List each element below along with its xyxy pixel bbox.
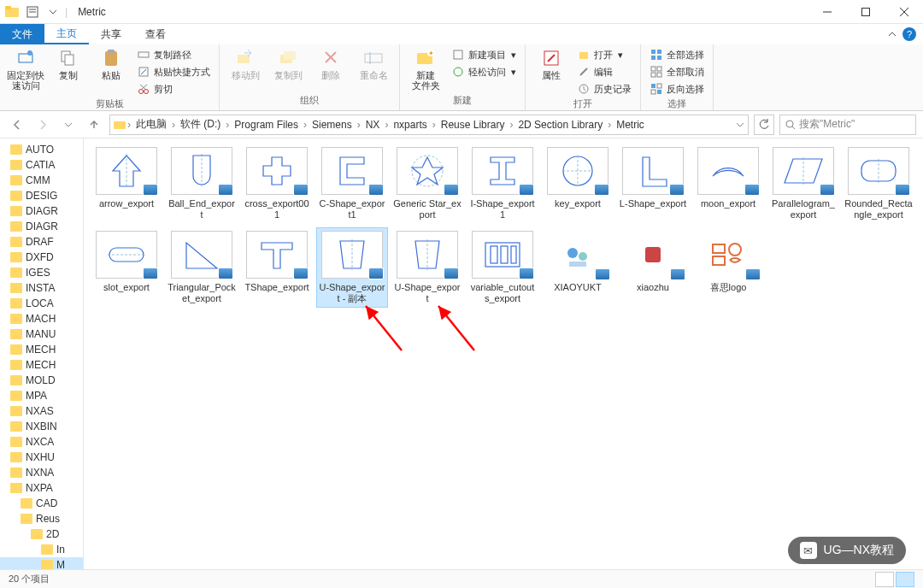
file-item[interactable]: I-Shape_export1 [467, 144, 538, 224]
nav-item[interactable]: LOCA [0, 296, 83, 311]
nav-item[interactable]: CMM [0, 173, 83, 188]
nav-item[interactable]: AUTO [0, 142, 83, 157]
invert-selection-button[interactable]: 反向选择 [646, 80, 708, 97]
file-item[interactable]: TShape_export [241, 227, 313, 308]
pin-quickaccess-button[interactable]: 固定到快 速访问 [5, 46, 46, 92]
nav-item[interactable]: NXBIN [0, 419, 83, 434]
nav-item[interactable]: MECH [0, 357, 83, 373]
move-to-button[interactable]: 移动到 [225, 46, 266, 82]
select-none-button[interactable]: 全部取消 [646, 63, 708, 80]
tab-home[interactable]: 主页 [44, 24, 89, 44]
tab-view[interactable]: 查看 [133, 24, 178, 44]
back-button[interactable] [7, 115, 27, 135]
file-item[interactable]: 喜思logo [692, 227, 764, 308]
nav-item[interactable]: M [0, 557, 83, 569]
bc-seg[interactable]: Siemens [309, 119, 356, 131]
properties-button[interactable]: 属性 [531, 46, 572, 82]
nav-item[interactable]: MPA [0, 388, 83, 403]
nav-item[interactable]: MOLD [0, 373, 83, 388]
qat-dropdown-icon[interactable] [44, 3, 62, 21]
copy-to-button[interactable]: 复制到 [267, 46, 309, 82]
nav-item[interactable]: IGES [0, 265, 83, 280]
file-item[interactable]: cross_export001 [241, 144, 313, 224]
nav-item[interactable]: INSTA [0, 280, 83, 296]
bc-seg[interactable]: 2D Section Library [514, 119, 606, 131]
file-item[interactable]: C-Shape_export1 [316, 144, 388, 224]
navigation-pane[interactable]: AUTOCATIACMMDESIGDIAGRDIAGRDRAFDXFDIGESI… [0, 138, 84, 569]
nav-item[interactable]: DXFD [0, 250, 83, 265]
nav-item[interactable]: NXAS [0, 403, 83, 419]
nav-item[interactable]: DESIG [0, 188, 83, 203]
forward-button[interactable] [32, 115, 53, 135]
paste-shortcut-button[interactable]: 粘贴快捷方式 [133, 63, 214, 80]
edit-button[interactable]: 编辑 [573, 63, 635, 80]
file-item[interactable]: Generic Star_export [391, 144, 463, 224]
nav-item[interactable]: MACH [0, 311, 83, 326]
file-item[interactable]: U-Shape_export [391, 227, 463, 308]
file-pane[interactable]: arrow_exportBall_End_exportcross_export0… [84, 138, 923, 569]
file-item[interactable]: moon_export [692, 144, 764, 224]
paste-button[interactable]: 粘贴 [91, 46, 132, 82]
nav-item[interactable]: 2D [0, 526, 83, 542]
nav-item[interactable]: NXNA [0, 465, 83, 480]
tab-file[interactable]: 文件 [0, 24, 44, 44]
ribbon-collapse-icon[interactable] [887, 29, 897, 39]
file-item[interactable]: U-Shape_export - 副本 [316, 227, 388, 308]
cut-button[interactable]: 剪切 [133, 80, 214, 97]
nav-item[interactable]: DIAGR [0, 203, 83, 219]
nav-item[interactable]: Reus [0, 511, 83, 526]
file-item[interactable]: XIAOYUKT [542, 227, 614, 308]
copy-button[interactable]: 复制 [48, 46, 89, 82]
minimize-button[interactable] [808, 0, 846, 24]
nav-item[interactable]: DRAF [0, 234, 83, 250]
maximize-button[interactable] [846, 0, 885, 24]
file-item[interactable]: Ball_End_export [166, 144, 238, 224]
file-item[interactable]: L-Shape_export [617, 144, 689, 224]
file-item[interactable]: Rounded_Rectangle_export [843, 144, 914, 224]
nav-item[interactable]: MECH [0, 342, 83, 357]
delete-button[interactable]: 删除 [310, 46, 351, 82]
properties-icon[interactable] [24, 3, 41, 21]
bc-seg[interactable]: 软件 (D:) [177, 117, 224, 132]
bc-seg[interactable]: Metric [613, 119, 648, 131]
new-folder-button[interactable]: ✦新建 文件夹 [405, 46, 446, 92]
file-item[interactable]: slot_export [91, 227, 162, 308]
easy-access-button[interactable]: 轻松访问▾ [448, 63, 520, 80]
file-item[interactable]: key_export [542, 144, 614, 224]
breadcrumb[interactable]: › 此电脑› 软件 (D:)› Program Files› Siemens› … [109, 115, 749, 135]
nav-item[interactable]: In [0, 542, 83, 557]
bc-seg[interactable]: NX [362, 119, 384, 131]
search-input[interactable]: 搜索"Metric" [779, 115, 916, 135]
nav-item[interactable]: MANU [0, 326, 83, 342]
close-button[interactable] [885, 0, 923, 24]
select-all-button[interactable]: 全部选择 [646, 46, 708, 63]
history-button[interactable]: 历史记录 [573, 80, 635, 97]
details-view-button[interactable] [875, 572, 894, 587]
bc-seg[interactable]: Reuse Library [438, 119, 509, 131]
nav-item[interactable]: NXPA [0, 480, 83, 496]
nav-item[interactable]: CAD [0, 496, 83, 511]
tab-share[interactable]: 共享 [89, 24, 133, 44]
refresh-button[interactable] [754, 115, 774, 135]
recent-dropdown[interactable] [58, 115, 79, 135]
up-button[interactable] [84, 115, 104, 135]
nav-item[interactable]: CATIA [0, 157, 83, 173]
file-item[interactable]: arrow_export [91, 144, 162, 224]
rename-button[interactable]: 重命名 [353, 46, 394, 82]
icons-view-button[interactable] [896, 572, 914, 587]
file-item[interactable]: Triangular_Pocket_export [166, 227, 238, 308]
nav-item[interactable]: DIAGR [0, 219, 83, 234]
new-item-button[interactable]: 新建项目▾ [448, 46, 520, 63]
file-item[interactable]: xiaozhu [617, 227, 689, 308]
bc-seg[interactable]: nxparts [390, 119, 430, 131]
bc-seg[interactable]: 此电脑 [132, 117, 170, 132]
bc-seg[interactable]: Program Files [231, 119, 302, 131]
copy-path-button[interactable]: 复制路径 [133, 46, 214, 63]
file-item[interactable]: variable_cutouts_export [467, 227, 538, 308]
nav-item[interactable]: NXCA [0, 434, 83, 450]
file-item[interactable]: Parallelogram_export [767, 144, 839, 224]
breadcrumb-dropdown-icon[interactable] [736, 121, 744, 129]
nav-item[interactable]: NXHU [0, 450, 83, 465]
help-icon[interactable]: ? [902, 27, 916, 41]
open-menu-button[interactable]: 打开▾ [573, 46, 635, 63]
